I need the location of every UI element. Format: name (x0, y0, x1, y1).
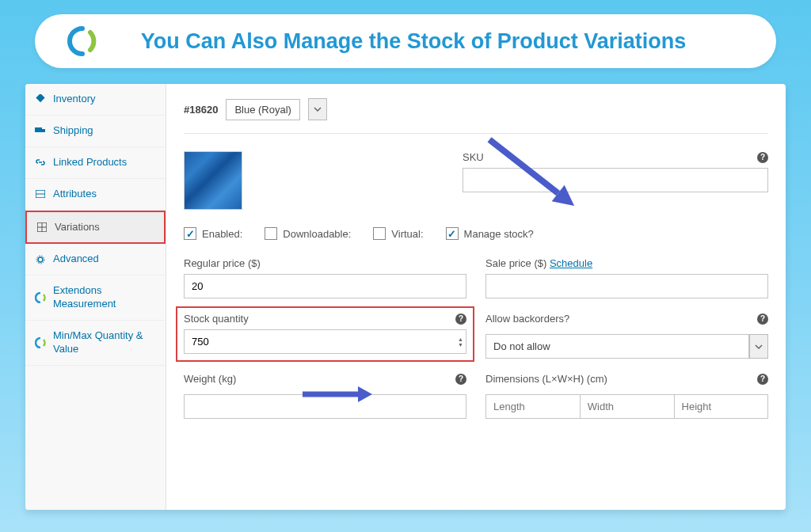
dropdown-toggle[interactable] (308, 98, 327, 120)
variation-header: #18620 Blue (Royal) (184, 98, 768, 134)
variation-editor: #18620 Blue (Royal) SKU ? ✓ Enabled: (166, 84, 786, 510)
tab-label: Variations (55, 221, 100, 234)
tab-shipping[interactable]: Shipping (25, 116, 166, 147)
svg-rect-1 (35, 127, 42, 132)
tab-min-max-quantity[interactable]: Min/Max Quantity & Value (25, 321, 166, 366)
downloadable-checkbox[interactable]: Downloadable: (265, 227, 351, 240)
height-input[interactable] (674, 394, 768, 419)
variation-options-row: ✓ Enabled: Downloadable: Virtual: ✓ Mana… (184, 227, 768, 240)
tab-label: Linked Products (53, 156, 127, 169)
link-icon (35, 157, 46, 168)
help-icon[interactable]: ? (757, 152, 768, 163)
field-label: Stock quantity (184, 313, 249, 325)
checkbox-icon: ✓ (446, 227, 459, 240)
sale-price-input[interactable] (485, 274, 768, 298)
title-bar: You Can Also Manage the Stock of Product… (35, 14, 776, 68)
width-input[interactable] (580, 394, 674, 419)
regular-price-field: Regular price ($) (184, 257, 466, 298)
checkbox-icon (265, 227, 277, 240)
tab-label: Extendons Measurement (53, 284, 156, 311)
ext-icon (35, 292, 46, 303)
truck-icon (35, 125, 46, 136)
chevron-down-icon (314, 107, 322, 112)
dropdown-value: Blue (Royal) (234, 104, 291, 116)
page-title: You Can Also Manage the Stock of Product… (127, 29, 744, 54)
checkbox-icon: ✓ (184, 227, 196, 240)
grid-icon (36, 222, 48, 233)
sale-price-field: Sale price ($) Schedule (485, 257, 768, 298)
tab-variations[interactable]: Variations (25, 211, 166, 245)
virtual-checkbox[interactable]: Virtual: (373, 227, 423, 240)
tab-label: Attributes (53, 188, 97, 201)
dimensions-field: Dimensions (L×W×H) (cm) ? (485, 373, 768, 419)
field-label: Dimensions (L×W×H) (cm) (485, 373, 607, 385)
svg-rect-0 (36, 94, 44, 102)
extendons-logo-icon (67, 25, 98, 57)
backorders-select[interactable]: Do not allow (485, 334, 749, 359)
product-data-sidebar: Inventory Shipping Linked Products Attri… (25, 84, 166, 510)
checkbox-icon (373, 227, 386, 240)
sku-input[interactable] (463, 168, 768, 192)
checkbox-label: Downloadable: (283, 228, 351, 240)
tab-inventory[interactable]: Inventory (25, 84, 166, 116)
diamond-icon (35, 93, 46, 104)
stock-quantity-field: Stock quantity ? ▲▼ (184, 313, 466, 359)
tab-label: Shipping (53, 124, 93, 138)
arrow-annotation-icon (301, 385, 372, 404)
field-label: Weight (kg) (184, 373, 236, 385)
highlight-annotation: Stock quantity ? ▲▼ (176, 306, 474, 362)
checkbox-label: Enabled: (202, 228, 242, 240)
tab-extendons-measurement[interactable]: Extendons Measurement (25, 276, 166, 321)
help-icon[interactable]: ? (455, 314, 466, 325)
svg-rect-2 (42, 129, 45, 132)
tab-linked-products[interactable]: Linked Products (25, 147, 166, 179)
variation-image-thumbnail[interactable] (184, 151, 242, 210)
tab-label: Min/Max Quantity & Value (53, 329, 156, 356)
checkbox-label: Virtual: (391, 228, 423, 240)
dropdown-toggle[interactable] (749, 334, 768, 359)
field-label: Sale price ($) Schedule (485, 257, 768, 269)
enabled-checkbox[interactable]: ✓ Enabled: (184, 227, 242, 240)
tab-label: Advanced (53, 253, 99, 266)
number-spinner-icon[interactable]: ▲▼ (458, 336, 463, 348)
tab-label: Inventory (53, 93, 95, 106)
variation-id: #18620 (184, 104, 218, 116)
field-label: Regular price ($) (184, 257, 466, 269)
chevron-down-icon (755, 344, 763, 349)
product-data-panel: Inventory Shipping Linked Products Attri… (25, 84, 786, 510)
sku-label: SKU (463, 151, 484, 163)
field-label: Allow backorders? (485, 313, 569, 325)
tab-attributes[interactable]: Attributes (25, 179, 166, 211)
schedule-link[interactable]: Schedule (550, 257, 592, 269)
backorders-field: Allow backorders? ? Do not allow (485, 313, 768, 359)
ext-icon (35, 337, 46, 348)
length-input[interactable] (485, 394, 580, 419)
help-icon[interactable]: ? (757, 314, 768, 325)
list-icon (35, 188, 46, 200)
gear-icon (35, 254, 46, 265)
attribute-color-select[interactable]: Blue (Royal) (226, 99, 300, 120)
manage-stock-checkbox[interactable]: ✓ Manage stock? (446, 227, 534, 240)
svg-point-8 (38, 257, 43, 262)
tab-advanced[interactable]: Advanced (25, 244, 166, 276)
svg-marker-11 (358, 386, 372, 402)
help-icon[interactable]: ? (757, 374, 768, 385)
checkbox-label: Manage stock? (464, 228, 534, 240)
regular-price-input[interactable] (184, 274, 466, 298)
stock-quantity-input[interactable] (184, 329, 466, 354)
help-icon[interactable]: ? (455, 374, 466, 385)
